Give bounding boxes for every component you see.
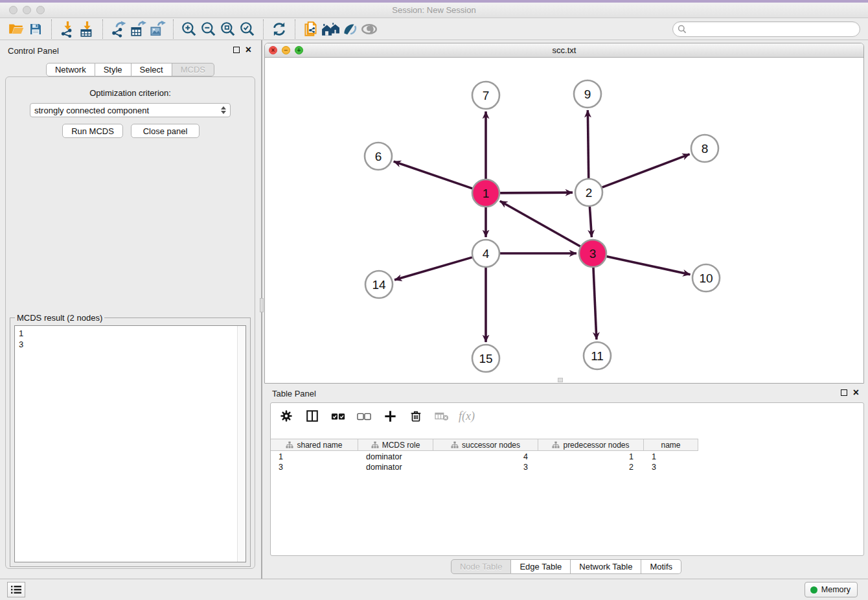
node-label: 4 <box>483 247 490 260</box>
column-header-shared-name[interactable]: shared name <box>271 439 358 450</box>
export-network-button[interactable] <box>109 19 128 39</box>
panel-splitter[interactable] <box>259 40 264 579</box>
table-cell[interactable]: 4 <box>433 452 538 462</box>
memory-button[interactable]: Memory <box>805 582 858 597</box>
zoom-in-button[interactable] <box>179 19 199 39</box>
mcds-result-textarea[interactable]: 13 <box>14 325 246 562</box>
zoom-selected-button[interactable] <box>238 19 257 39</box>
float-panel-icon[interactable] <box>233 47 240 53</box>
table-cell[interactable]: 2 <box>538 462 644 472</box>
table-cell[interactable]: 3 <box>271 462 358 472</box>
network-canvas[interactable]: 7968124314101511 <box>265 58 863 383</box>
splitter-grip[interactable] <box>260 298 264 312</box>
column-header-predecessor-nodes[interactable]: predecessor nodes <box>538 439 644 450</box>
edge-3-11[interactable] <box>593 268 597 340</box>
session-title: Session: New Session <box>0 5 868 15</box>
refresh-button[interactable] <box>269 19 289 39</box>
delete-table-button[interactable] <box>433 407 451 425</box>
toolbar-separator <box>51 19 52 39</box>
close-panel-icon[interactable]: × <box>246 47 251 53</box>
mcds-result-scrollbar[interactable] <box>237 326 246 562</box>
tab-motifs[interactable]: Motifs <box>641 559 681 574</box>
tab-mcds[interactable]: MCDS <box>172 63 214 76</box>
graph-node-9[interactable]: 9 <box>574 80 601 108</box>
table-cell[interactable]: 1 <box>538 452 644 462</box>
function-builder-button[interactable]: f(x) <box>459 410 475 423</box>
tab-style[interactable]: Style <box>95 63 131 76</box>
edge-2-9[interactable] <box>588 110 588 178</box>
edge-1-6[interactable] <box>394 161 473 189</box>
close-panel-button[interactable]: Close panel <box>131 124 200 138</box>
node-label: 14 <box>372 278 386 292</box>
toolbar-separator <box>263 19 264 39</box>
graph-node-7[interactable]: 7 <box>472 82 499 109</box>
zoom-fit-button[interactable] <box>218 19 238 39</box>
table-cell[interactable]: 1 <box>271 452 358 462</box>
export-image-button[interactable] <box>148 19 167 39</box>
checked-boxes-icon <box>330 409 346 423</box>
edge-3-10[interactable] <box>606 257 690 275</box>
task-history-button[interactable] <box>7 582 25 597</box>
show-hide-graphics-details-button[interactable] <box>340 19 360 39</box>
graph-node-15[interactable]: 15 <box>472 345 499 372</box>
graph-node-10[interactable]: 10 <box>692 264 720 292</box>
edge-2-8[interactable] <box>602 154 690 187</box>
graph-node-2[interactable]: 2 <box>575 179 602 206</box>
tab-edge-table[interactable]: Edge Table <box>511 559 571 574</box>
table-cell[interactable]: 1 <box>644 452 698 462</box>
table-cell[interactable]: dominator <box>358 452 433 462</box>
edge-3-1[interactable] <box>500 201 580 246</box>
graph-node-3[interactable]: 3 <box>579 240 606 267</box>
tab-select[interactable]: Select <box>131 63 172 76</box>
select-all-button[interactable] <box>329 407 347 425</box>
import-table-icon <box>78 21 95 38</box>
tab-network-table[interactable]: Network Table <box>571 559 641 574</box>
import-network-icon <box>59 21 76 38</box>
graph-node-4[interactable]: 4 <box>472 240 499 267</box>
add-column-button[interactable] <box>381 407 399 425</box>
zoom-out-button[interactable] <box>199 19 218 39</box>
graph-node-1[interactable]: 1 <box>472 179 499 207</box>
graph-node-11[interactable]: 11 <box>584 342 611 369</box>
deselect-all-button[interactable] <box>355 407 373 425</box>
save-session-button[interactable] <box>26 19 45 39</box>
graph-node-6[interactable]: 6 <box>365 143 392 170</box>
table-cell[interactable]: dominator <box>358 462 433 472</box>
tab-node-table[interactable]: Node Table <box>451 559 512 574</box>
close-table-panel-icon[interactable]: × <box>853 389 859 396</box>
edge-4-14[interactable] <box>394 257 472 280</box>
edge-1-2[interactable] <box>500 192 573 193</box>
open-folder-icon <box>8 21 25 38</box>
table-cell[interactable]: 3 <box>644 462 698 472</box>
new-network-from-selection-button[interactable] <box>301 19 321 39</box>
zoom-in-icon <box>181 21 198 38</box>
criterion-dropdown[interactable]: strongly connected component <box>30 103 231 117</box>
column-header-MCDS-role[interactable]: MCDS role <box>358 439 433 450</box>
column-header-name[interactable]: name <box>644 439 698 450</box>
table-row[interactable]: 3dominator323 <box>271 462 863 472</box>
gear-icon <box>279 409 293 423</box>
float-table-panel-icon[interactable] <box>841 389 847 396</box>
network-graph[interactable]: 7968124314101511 <box>265 58 863 383</box>
delete-column-button[interactable] <box>407 407 425 425</box>
graph-node-14[interactable]: 14 <box>365 271 393 298</box>
split-table-view-button[interactable] <box>303 407 321 425</box>
import-network-button[interactable] <box>58 19 77 39</box>
run-mcds-button[interactable]: Run MCDS <box>62 124 123 138</box>
column-header-successor-nodes[interactable]: successor nodes <box>433 439 538 450</box>
edge-2-3[interactable] <box>589 207 591 237</box>
home-button[interactable] <box>321 19 340 39</box>
network-scroll-handle[interactable] <box>558 378 563 382</box>
table-cell[interactable]: 3 <box>433 462 538 472</box>
table-row[interactable]: 1dominator411 <box>271 452 863 462</box>
search-field[interactable] <box>672 21 860 37</box>
unchecked-boxes-icon <box>356 409 372 423</box>
tab-network[interactable]: Network <box>46 63 95 76</box>
toggle-bird-view-button[interactable] <box>360 19 379 39</box>
import-table-button[interactable] <box>77 19 97 39</box>
search-input[interactable] <box>687 23 860 36</box>
graph-node-8[interactable]: 8 <box>691 135 718 162</box>
column-settings-button[interactable] <box>277 407 295 425</box>
open-session-button[interactable] <box>6 19 26 39</box>
export-table-button[interactable] <box>128 19 148 39</box>
